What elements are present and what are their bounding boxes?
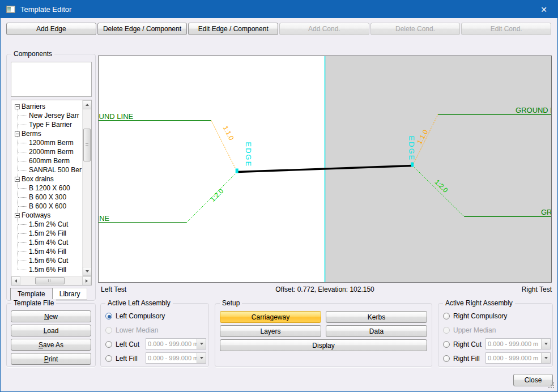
collapse-icon[interactable] <box>15 104 20 109</box>
radio-icon[interactable] <box>443 355 450 362</box>
radio-right-fill[interactable]: Right Fill <box>443 353 480 364</box>
radio-left-fill[interactable]: Left Fill <box>105 353 138 364</box>
tree-item-1-5m-4-fill[interactable]: 1.5m 4% Fill <box>12 247 82 256</box>
template-file-group-label: Template File <box>11 299 56 307</box>
tree-branch-stub <box>18 270 27 270</box>
tree-item-2000mm-berm[interactable]: 2000mm Berm <box>12 147 82 156</box>
file-button-save-as[interactable]: Save As <box>11 339 91 351</box>
tree-branch-stub <box>18 188 27 189</box>
tree-item-new-jersey-barr[interactable]: New Jersey Barr <box>12 111 82 120</box>
radio-icon <box>443 327 450 334</box>
tree-item-label: Box drains <box>22 174 54 184</box>
tree-item-1-5m-4-cut[interactable]: 1.5m 4% Cut <box>12 238 82 247</box>
file-button-load[interactable]: Load <box>11 325 91 336</box>
tree-item-label: B 1200 X 600 <box>29 184 70 193</box>
left-cut-slope-label: 1:1.0 <box>222 125 236 142</box>
active-left-assembly-group-label: Active Left Assembly <box>105 299 173 307</box>
horizontal-scroll-thumb[interactable] <box>35 277 65 284</box>
tree-item-label: Footways <box>22 211 50 220</box>
components-tree[interactable]: BarriersNew Jersey BarrType F BarrierBer… <box>11 100 92 286</box>
arrow-up-icon <box>86 104 89 106</box>
tree-branch-stub <box>18 224 27 225</box>
right-side-background <box>325 56 552 282</box>
resize-grip[interactable] <box>553 387 554 388</box>
right-edge-marker[interactable] <box>411 163 414 167</box>
radio-option-label: Left Cut <box>116 340 139 348</box>
radio-icon[interactable] <box>443 341 450 348</box>
tree-item-label: New Jersey Barr <box>29 111 79 120</box>
radio-icon[interactable] <box>105 355 112 362</box>
tree-item-b-600-x-300[interactable]: B 600 X 300 <box>12 193 82 202</box>
tree-item-b-1200-x-600[interactable]: B 1200 X 600 <box>12 184 82 193</box>
tab-library[interactable]: Library <box>53 288 88 300</box>
collapse-icon[interactable] <box>15 177 20 182</box>
setup-button-data[interactable]: Data <box>326 325 427 337</box>
scroll-left-button[interactable] <box>11 276 20 286</box>
tree-item-label: SANRAL 500 Ber <box>29 165 82 174</box>
tree-branch-stub <box>18 161 27 161</box>
radio-icon[interactable] <box>105 341 112 348</box>
radio-left-compulsory[interactable]: Left Compulsory <box>105 310 165 322</box>
radio-option-label: Right Compulsory <box>453 312 507 320</box>
component-preview-box <box>11 62 92 97</box>
toolbar-button-delete-cond: Delete Cond. <box>370 23 461 35</box>
setup-group-label: Setup <box>220 299 242 307</box>
file-button-print[interactable]: Print <box>11 353 91 365</box>
tree-vertical-scrollbar[interactable] <box>82 100 91 276</box>
toolbar-button-edit-edge-component[interactable]: Edit Edge / Component <box>188 23 278 35</box>
collapse-icon[interactable] <box>15 131 20 137</box>
tree-item-footways[interactable]: Footways <box>12 211 82 220</box>
radio-icon[interactable] <box>105 313 112 319</box>
setup-panel: Setup CarriagewayKerbsLayersDataDisplay <box>215 303 432 367</box>
radio-right-compulsory[interactable]: Right Compulsory <box>443 310 507 322</box>
right-edge-label: EDGE <box>407 136 416 161</box>
setup-button-layers[interactable]: Layers <box>220 325 321 337</box>
scroll-up-button[interactable] <box>83 100 92 109</box>
titlebar[interactable]: Template Editor ✕ <box>1 1 557 18</box>
tree-item-barriers[interactable]: Barriers <box>12 102 82 111</box>
template-canvas[interactable]: GROUND LINE GROUND LINE GROUND LINE GROU… <box>98 56 552 283</box>
tree-branch-stub <box>18 197 27 198</box>
file-button-new[interactable]: New <box>11 310 91 322</box>
close-icon[interactable]: ✕ <box>536 4 552 15</box>
tree-branch-stub <box>18 170 27 171</box>
radio-lower-median: Lower Median <box>105 325 158 336</box>
components-tabs: TemplateLibrary <box>10 288 87 300</box>
tree-item-1-5m-6-cut[interactable]: 1.5m 6% Cut <box>12 256 82 265</box>
toolbar: Add EdgeDelete Edge / ComponentEdit Edge… <box>6 23 551 35</box>
setup-button-carriageway[interactable]: Carriageway <box>220 311 321 323</box>
combo-dropdown-button <box>541 353 550 363</box>
tree-item-1-5m-2-fill[interactable]: 1.5m 2% Fill <box>12 229 82 238</box>
scroll-down-button[interactable] <box>83 267 92 276</box>
tree-item-berms[interactable]: Berms <box>12 129 82 138</box>
setup-button-kerbs[interactable]: Kerbs <box>326 311 427 323</box>
tree-item-b-600-x-600[interactable]: B 600 X 600 <box>12 202 82 211</box>
tree-branch-stub <box>18 206 27 207</box>
tree-item-1-5m-6-fill[interactable]: 1.5m 6% Fill <box>12 265 82 274</box>
setup-button-display[interactable]: Display <box>220 339 427 351</box>
tree-item-box-drains[interactable]: Box drains <box>12 174 82 184</box>
tab-template[interactable]: Template <box>10 288 53 300</box>
close-button[interactable]: Close <box>513 374 553 386</box>
dropdown-arrow-icon <box>544 343 548 345</box>
left-edge-marker[interactable] <box>236 169 238 173</box>
radio-icon[interactable] <box>443 313 450 319</box>
tree-item-label: 1.5m 2% Fill <box>29 229 66 238</box>
tree-item-600mm-berm[interactable]: 600mm Berm <box>12 156 82 165</box>
radio-left-cut[interactable]: Left Cut <box>105 339 139 350</box>
toolbar-button-delete-edge-component[interactable]: Delete Edge / Component <box>97 23 188 35</box>
toolbar-button-add-edge[interactable]: Add Edge <box>6 23 96 35</box>
active-right-assembly-group-label: Active Right Assembly <box>443 299 515 307</box>
collapse-icon[interactable] <box>15 213 20 218</box>
radio-right-cut[interactable]: Right Cut <box>443 339 482 350</box>
tree-item-type-f-barrier[interactable]: Type F Barrier <box>12 120 82 129</box>
tree-item-1-5m-2-cut[interactable]: 1.5m 2% Cut <box>12 220 82 229</box>
tree-item-label: 600mm Berm <box>29 156 70 165</box>
tree-item-1200mm-berm[interactable]: 1200mm Berm <box>12 138 82 147</box>
active-left-assembly-panel: Active Left Assembly Left CompulsoryLowe… <box>100 303 209 367</box>
tree-item-label: 1.5m 6% Cut <box>29 256 68 265</box>
scroll-right-button[interactable] <box>82 276 91 286</box>
vertical-scroll-thumb[interactable] <box>83 129 91 161</box>
tree-horizontal-scrollbar[interactable] <box>11 276 91 285</box>
tree-item-sanral-500-ber[interactable]: SANRAL 500 Ber <box>12 165 82 174</box>
